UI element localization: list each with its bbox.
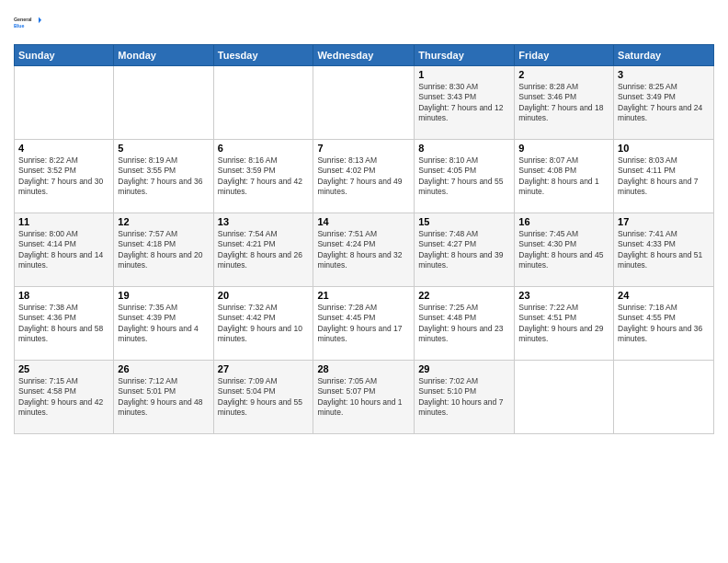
logo: General Blue [14, 9, 41, 37]
calendar-cell: 3Sunrise: 8:25 AMSunset: 3:49 PMDaylight… [614, 66, 714, 140]
calendar-cell [313, 66, 415, 140]
calendar-cell: 10Sunrise: 8:03 AMSunset: 4:11 PMDayligh… [614, 140, 714, 213]
day-number: 29 [418, 363, 510, 374]
day-info: Sunrise: 8:28 AMSunset: 3:46 PMDaylight:… [518, 82, 609, 124]
week-row-1: 1Sunrise: 8:30 AMSunset: 3:43 PMDaylight… [15, 66, 714, 140]
day-number: 8 [418, 143, 510, 154]
day-info: Sunrise: 7:41 AMSunset: 4:33 PMDaylight:… [618, 229, 710, 271]
day-info: Sunrise: 8:10 AMSunset: 4:05 PMDaylight:… [418, 155, 510, 198]
calendar-cell: 23Sunrise: 7:22 AMSunset: 4:51 PMDayligh… [515, 287, 614, 361]
day-info: Sunrise: 8:00 AMSunset: 4:14 PMDaylight:… [18, 229, 109, 271]
day-info: Sunrise: 7:32 AMSunset: 4:42 PMDaylight:… [218, 303, 310, 345]
logo-icon: General Blue [14, 9, 41, 37]
calendar-cell: 8Sunrise: 8:10 AMSunset: 4:05 PMDaylight… [415, 140, 515, 213]
day-info: Sunrise: 7:48 AMSunset: 4:27 PMDaylight:… [418, 229, 510, 271]
calendar-cell: 11Sunrise: 8:00 AMSunset: 4:14 PMDayligh… [15, 213, 114, 287]
day-info: Sunrise: 8:07 AMSunset: 4:08 PMDaylight:… [518, 155, 609, 198]
day-info: Sunrise: 7:25 AMSunset: 4:48 PMDaylight:… [418, 303, 510, 345]
calendar-cell: 24Sunrise: 7:18 AMSunset: 4:55 PMDayligh… [614, 287, 714, 361]
week-row-4: 18Sunrise: 7:38 AMSunset: 4:36 PMDayligh… [15, 287, 714, 361]
week-row-2: 4Sunrise: 8:22 AMSunset: 3:52 PMDaylight… [15, 140, 714, 213]
day-number: 11 [18, 216, 109, 227]
calendar-cell: 17Sunrise: 7:41 AMSunset: 4:33 PMDayligh… [614, 213, 714, 287]
calendar-cell: 4Sunrise: 8:22 AMSunset: 3:52 PMDaylight… [15, 140, 114, 213]
day-number: 19 [118, 290, 209, 301]
page: General Blue SundayMondayTuesdayWednesda… [0, 0, 728, 443]
day-number: 15 [418, 216, 510, 227]
calendar-cell: 29Sunrise: 7:02 AMSunset: 5:10 PMDayligh… [415, 361, 515, 434]
day-info: Sunrise: 8:25 AMSunset: 3:49 PMDaylight:… [618, 82, 710, 124]
calendar-cell: 2Sunrise: 8:28 AMSunset: 3:46 PMDaylight… [515, 66, 614, 140]
day-info: Sunrise: 7:12 AMSunset: 5:01 PMDaylight:… [118, 376, 209, 419]
calendar-cell: 19Sunrise: 7:35 AMSunset: 4:39 PMDayligh… [114, 287, 213, 361]
calendar-cell: 12Sunrise: 7:57 AMSunset: 4:18 PMDayligh… [114, 213, 213, 287]
day-number: 23 [518, 290, 609, 301]
day-info: Sunrise: 7:38 AMSunset: 4:36 PMDaylight:… [18, 303, 109, 345]
calendar-cell: 28Sunrise: 7:05 AMSunset: 5:07 PMDayligh… [313, 361, 415, 434]
day-info: Sunrise: 7:28 AMSunset: 4:45 PMDaylight:… [317, 303, 410, 345]
day-info: Sunrise: 7:09 AMSunset: 5:04 PMDaylight:… [218, 376, 310, 419]
day-info: Sunrise: 8:22 AMSunset: 3:52 PMDaylight:… [18, 155, 109, 198]
day-info: Sunrise: 8:16 AMSunset: 3:59 PMDaylight:… [218, 155, 310, 198]
calendar-cell: 20Sunrise: 7:32 AMSunset: 4:42 PMDayligh… [213, 287, 313, 361]
day-number: 5 [118, 143, 209, 154]
weekday-header-monday: Monday [114, 45, 213, 66]
day-number: 12 [118, 216, 209, 227]
calendar-cell: 9Sunrise: 8:07 AMSunset: 4:08 PMDaylight… [515, 140, 614, 213]
day-number: 4 [18, 143, 109, 154]
calendar-cell: 18Sunrise: 7:38 AMSunset: 4:36 PMDayligh… [15, 287, 114, 361]
calendar-cell [15, 66, 114, 140]
calendar-cell [114, 66, 213, 140]
day-info: Sunrise: 7:51 AMSunset: 4:24 PMDaylight:… [317, 229, 410, 271]
day-number: 10 [618, 143, 710, 154]
calendar-cell [213, 66, 313, 140]
day-number: 26 [118, 363, 209, 374]
weekday-header-friday: Friday [515, 45, 614, 66]
calendar-cell: 27Sunrise: 7:09 AMSunset: 5:04 PMDayligh… [213, 361, 313, 434]
day-number: 24 [618, 290, 710, 301]
calendar-cell [614, 361, 714, 434]
day-number: 21 [317, 290, 410, 301]
calendar-cell: 15Sunrise: 7:48 AMSunset: 4:27 PMDayligh… [415, 213, 515, 287]
day-info: Sunrise: 7:05 AMSunset: 5:07 PMDaylight:… [317, 376, 410, 419]
calendar-cell: 26Sunrise: 7:12 AMSunset: 5:01 PMDayligh… [114, 361, 213, 434]
calendar-cell: 7Sunrise: 8:13 AMSunset: 4:02 PMDaylight… [313, 140, 415, 213]
day-number: 16 [518, 216, 609, 227]
day-info: Sunrise: 7:54 AMSunset: 4:21 PMDaylight:… [218, 229, 310, 271]
day-info: Sunrise: 7:57 AMSunset: 4:18 PMDaylight:… [118, 229, 209, 271]
day-info: Sunrise: 7:02 AMSunset: 5:10 PMDaylight:… [418, 376, 510, 419]
calendar-cell: 16Sunrise: 7:45 AMSunset: 4:30 PMDayligh… [515, 213, 614, 287]
calendar-cell: 5Sunrise: 8:19 AMSunset: 3:55 PMDaylight… [114, 140, 213, 213]
day-info: Sunrise: 7:18 AMSunset: 4:55 PMDaylight:… [618, 303, 710, 345]
calendar-cell: 6Sunrise: 8:16 AMSunset: 3:59 PMDaylight… [213, 140, 313, 213]
day-info: Sunrise: 8:13 AMSunset: 4:02 PMDaylight:… [317, 155, 410, 198]
day-number: 28 [317, 363, 410, 374]
week-row-3: 11Sunrise: 8:00 AMSunset: 4:14 PMDayligh… [15, 213, 714, 287]
day-info: Sunrise: 8:30 AMSunset: 3:43 PMDaylight:… [418, 82, 510, 124]
svg-text:Blue: Blue [14, 23, 24, 29]
header: General Blue [14, 9, 714, 37]
weekday-header-thursday: Thursday [415, 45, 515, 66]
day-number: 3 [618, 69, 710, 80]
weekday-header-sunday: Sunday [15, 45, 114, 66]
day-number: 13 [218, 216, 310, 227]
day-info: Sunrise: 8:19 AMSunset: 3:55 PMDaylight:… [118, 155, 209, 198]
day-info: Sunrise: 7:45 AMSunset: 4:30 PMDaylight:… [518, 229, 609, 271]
svg-text:General: General [14, 17, 32, 22]
day-number: 18 [18, 290, 109, 301]
day-number: 6 [218, 143, 310, 154]
weekday-header-saturday: Saturday [614, 45, 714, 66]
day-number: 27 [218, 363, 310, 374]
weekday-header-tuesday: Tuesday [213, 45, 313, 66]
day-info: Sunrise: 7:22 AMSunset: 4:51 PMDaylight:… [518, 303, 609, 345]
day-number: 1 [418, 69, 510, 80]
day-number: 25 [18, 363, 109, 374]
day-number: 17 [618, 216, 710, 227]
day-number: 20 [218, 290, 310, 301]
calendar-cell: 25Sunrise: 7:15 AMSunset: 4:58 PMDayligh… [15, 361, 114, 434]
day-number: 14 [317, 216, 410, 227]
day-info: Sunrise: 7:35 AMSunset: 4:39 PMDaylight:… [118, 303, 209, 345]
day-number: 22 [418, 290, 510, 301]
calendar-cell: 1Sunrise: 8:30 AMSunset: 3:43 PMDaylight… [415, 66, 515, 140]
calendar-cell: 14Sunrise: 7:51 AMSunset: 4:24 PMDayligh… [313, 213, 415, 287]
